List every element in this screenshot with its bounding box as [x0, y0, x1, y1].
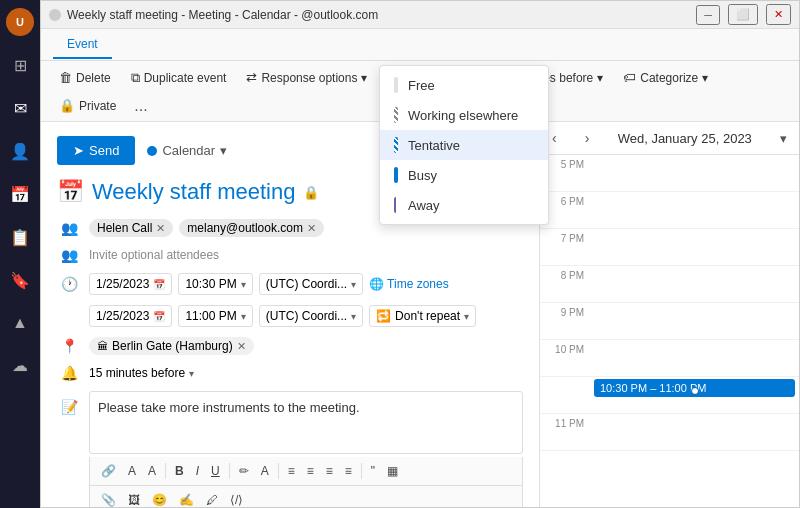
- time-slot[interactable]: [590, 414, 799, 450]
- status-indicator-free: [394, 77, 398, 93]
- format-align-left-btn[interactable]: ≡: [283, 461, 300, 481]
- format-fontsize-btn[interactable]: A: [143, 461, 161, 481]
- format-code-btn[interactable]: ⟨/⟩: [225, 490, 248, 507]
- fmt-sep-3: [278, 463, 279, 479]
- sidebar-icon-notes[interactable]: 🔖: [6, 267, 34, 294]
- format-signature-btn[interactable]: ✍: [174, 490, 199, 507]
- dropdown-item-working[interactable]: Working elsewhere: [380, 100, 548, 130]
- start-timezone-field[interactable]: (UTC) Coordi... ▾: [259, 273, 363, 295]
- calendar-picker-icon-2: 📅: [153, 311, 165, 322]
- time-row-8pm: 8 PM: [540, 266, 799, 303]
- user-avatar[interactable]: U: [6, 8, 34, 36]
- format-table-btn[interactable]: ▦: [382, 461, 403, 481]
- timezone-link[interactable]: 🌐 Time zones: [369, 277, 449, 291]
- event-title-text[interactable]: Weekly staff meeting: [92, 179, 295, 205]
- time-row-11pm: 11 PM: [540, 414, 799, 451]
- format-italic-btn[interactable]: I: [191, 461, 204, 481]
- format-draw-btn[interactable]: 🖊: [201, 490, 223, 507]
- time-slot[interactable]: [590, 192, 799, 228]
- response-options-button[interactable]: ⇄ Response options ▾: [238, 66, 375, 89]
- sidebar-icon-mail[interactable]: ✉: [10, 95, 31, 122]
- event-slot[interactable]: 10:30 PM – 11:00 PM: [590, 377, 799, 413]
- reminder-row: 🔔 15 minutes before ▾: [57, 365, 523, 381]
- format-link-btn[interactable]: 🔗: [96, 461, 121, 481]
- prev-day-button[interactable]: ‹: [552, 130, 557, 146]
- minimize-button[interactable]: ─: [696, 5, 720, 25]
- calendar-selector[interactable]: Calendar ▾: [147, 143, 227, 158]
- sidebar-icon-teams[interactable]: ▲: [8, 310, 32, 336]
- format-bullets-btn[interactable]: ≡: [302, 461, 319, 481]
- restore-button[interactable]: ⬜: [728, 4, 758, 25]
- start-date-field[interactable]: 1/25/2023 📅: [89, 273, 172, 295]
- attendee-name: Helen Call: [97, 221, 152, 235]
- start-time-field[interactable]: 10:30 PM ▾: [178, 273, 252, 295]
- time-slot[interactable]: [590, 340, 799, 376]
- end-time-field[interactable]: 11:00 PM ▾: [178, 305, 252, 327]
- event-resize-handle[interactable]: [691, 387, 699, 395]
- time-slot[interactable]: [590, 155, 799, 191]
- format-indent-btn[interactable]: ≡: [321, 461, 338, 481]
- duplicate-button[interactable]: ⧉ Duplicate event: [123, 66, 235, 90]
- sidebar: U ⊞ ✉ 👤 📅 📋 🔖 ▲ ☁: [0, 0, 40, 508]
- time-slot[interactable]: [590, 303, 799, 339]
- remove-attendee-melany[interactable]: ✕: [307, 222, 316, 235]
- sidebar-icon-contacts[interactable]: 👤: [6, 138, 34, 165]
- remove-attendee-helen[interactable]: ✕: [156, 222, 165, 235]
- chevron-down-icon-cal[interactable]: ▾: [780, 131, 787, 146]
- send-button[interactable]: ➤ Send: [57, 136, 135, 165]
- next-day-button[interactable]: ›: [585, 130, 590, 146]
- dropdown-item-tentative[interactable]: Tentative: [380, 130, 548, 160]
- time-row-10pm: 10 PM: [540, 340, 799, 377]
- format-emoji-btn[interactable]: 😊: [147, 490, 172, 507]
- main-window: Weekly staff meeting - Meeting - Calenda…: [40, 0, 800, 508]
- optional-content[interactable]: Invite optional attendees: [89, 248, 523, 262]
- format-quote-btn[interactable]: ": [366, 461, 380, 481]
- more-options-button[interactable]: ...: [128, 95, 153, 117]
- delete-button[interactable]: 🗑 Delete: [51, 66, 119, 89]
- end-date-field[interactable]: 1/25/2023 📅: [89, 305, 172, 327]
- optional-people-icon: 👥: [57, 247, 81, 263]
- chevron-down-icon: ▾: [361, 71, 367, 85]
- sidebar-icon-onedrive[interactable]: ☁: [8, 352, 32, 379]
- time-label: 7 PM: [540, 229, 590, 248]
- format-outdent-btn[interactable]: ≡: [340, 461, 357, 481]
- attendee-helen[interactable]: Helen Call ✕: [89, 219, 173, 237]
- format-attach-btn[interactable]: 📎: [96, 490, 121, 507]
- format-bold-btn[interactable]: B: [170, 461, 189, 481]
- globe-icon: 🌐: [369, 277, 384, 291]
- private-button[interactable]: 🔒 Private: [51, 94, 124, 117]
- remove-location[interactable]: ✕: [237, 340, 246, 353]
- format-color-btn[interactable]: A: [256, 461, 274, 481]
- attendee-melany[interactable]: melany@outlook.com ✕: [179, 219, 324, 237]
- location-tag[interactable]: 🏛 Berlin Gate (Hamburg) ✕: [89, 337, 254, 355]
- dropdown-item-busy[interactable]: Busy: [380, 160, 548, 190]
- time-label: 8 PM: [540, 266, 590, 285]
- sidebar-icon-tasks[interactable]: 📋: [6, 224, 34, 251]
- reminder-selector[interactable]: 15 minutes before ▾: [89, 366, 194, 380]
- categorize-button[interactable]: 🏷 Categorize ▾: [615, 66, 716, 89]
- dropdown-item-away[interactable]: Away: [380, 190, 548, 220]
- notes-input[interactable]: [89, 391, 523, 454]
- window-dots: [49, 9, 61, 21]
- format-underline-btn[interactable]: U: [206, 461, 225, 481]
- sidebar-icon-calendar[interactable]: 📅: [6, 181, 34, 208]
- format-toolbar: 🔗 A A B I U ✏ A ≡ ≡ ≡ ≡: [89, 457, 523, 486]
- tab-bar: Event: [41, 29, 799, 61]
- title-bar-left: Weekly staff meeting - Meeting - Calenda…: [49, 8, 378, 22]
- sidebar-icon-home[interactable]: ⊞: [10, 52, 31, 79]
- repeat-field[interactable]: 🔁 Don't repeat ▾: [369, 305, 476, 327]
- fmt-sep-4: [361, 463, 362, 479]
- format-highlight-btn[interactable]: ✏: [234, 461, 254, 481]
- optional-placeholder[interactable]: Invite optional attendees: [89, 248, 219, 262]
- tab-event[interactable]: Event: [53, 31, 112, 59]
- calendar-date-title[interactable]: Wed, January 25, 2023: [618, 131, 752, 146]
- format-font-btn[interactable]: A: [123, 461, 141, 481]
- dropdown-item-free[interactable]: Free: [380, 70, 548, 100]
- time-slot[interactable]: [590, 266, 799, 302]
- send-icon: ➤: [73, 143, 84, 158]
- close-button[interactable]: ✕: [766, 4, 791, 25]
- time-slot[interactable]: [590, 229, 799, 265]
- calendar-event-block[interactable]: 10:30 PM – 11:00 PM: [594, 379, 795, 397]
- format-image-btn[interactable]: 🖼: [123, 490, 145, 507]
- end-timezone-field[interactable]: (UTC) Coordi... ▾: [259, 305, 363, 327]
